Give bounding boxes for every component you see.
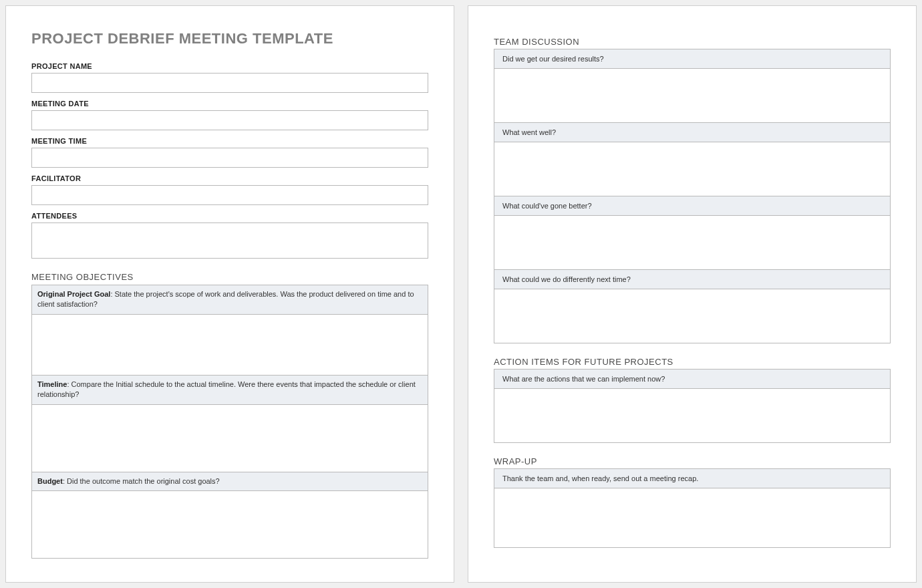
objective-budget-input[interactable] (32, 491, 428, 558)
objective-timeline-prompt: Timeline: Compare the Initial schedule t… (32, 376, 428, 405)
discussion-gone-better: What could've gone better? (494, 196, 891, 270)
objective-timeline-input[interactable] (32, 405, 428, 472)
action-items-heading: ACTION ITEMS FOR FUTURE PROJECTS (494, 357, 891, 367)
discussion-desired-results: Did we get our desired results? (494, 49, 891, 123)
meeting-date-label: MEETING DATE (31, 100, 428, 108)
prompt-bold: Budget (37, 477, 63, 485)
meeting-date-input[interactable] (31, 110, 428, 130)
action-items-prompt: What are the actions that we can impleme… (494, 370, 890, 389)
action-items-input[interactable] (494, 389, 890, 442)
objective-original-goal-input[interactable] (32, 315, 428, 375)
objective-timeline: Timeline: Compare the Initial schedule t… (31, 375, 428, 472)
project-name-input[interactable] (31, 73, 428, 93)
document-title: PROJECT DEBRIEF MEETING TEMPLATE (31, 30, 428, 47)
team-discussion-heading: TEAM DISCUSSION (494, 37, 891, 47)
wrapup-prompt: Thank the team and, when ready, send out… (494, 469, 890, 488)
discussion-gone-better-prompt: What could've gone better? (494, 196, 890, 216)
discussion-differently-prompt: What could we do differently next time? (494, 270, 890, 289)
project-name-label: PROJECT NAME (31, 62, 428, 70)
prompt-bold: Original Project Goal (37, 290, 110, 298)
field-meeting-time: MEETING TIME (31, 137, 428, 168)
wrapup-heading: WRAP-UP (494, 456, 891, 466)
objective-budget: Budget: Did the outcome match the origin… (31, 472, 428, 559)
field-project-name: PROJECT NAME (31, 62, 428, 93)
attendees-label: ATTENDEES (31, 212, 428, 220)
meeting-time-input[interactable] (31, 148, 428, 168)
page-1: PROJECT DEBRIEF MEETING TEMPLATE PROJECT… (5, 5, 454, 583)
discussion-went-well: What went well? (494, 122, 891, 196)
discussion-differently: What could we do differently next time? (494, 269, 891, 343)
wrapup-input[interactable] (494, 488, 890, 547)
objective-budget-prompt: Budget: Did the outcome match the origin… (32, 472, 428, 491)
prompt-bold: Timeline (37, 380, 67, 388)
discussion-went-well-input[interactable] (494, 142, 890, 196)
prompt-text: : Compare the Initial schedule to the ac… (37, 380, 416, 398)
discussion-gone-better-input[interactable] (494, 216, 890, 269)
discussion-desired-results-input[interactable] (494, 69, 890, 122)
discussion-went-well-prompt: What went well? (494, 123, 890, 142)
action-items-block: What are the actions that we can impleme… (494, 369, 891, 443)
meeting-objectives-heading: MEETING OBJECTIVES (31, 272, 428, 282)
objective-original-goal: Original Project Goal: State the project… (31, 285, 428, 376)
meeting-time-label: MEETING TIME (31, 137, 428, 145)
facilitator-input[interactable] (31, 185, 428, 205)
attendees-input[interactable] (31, 223, 428, 259)
wrapup-block: Thank the team and, when ready, send out… (494, 468, 891, 548)
field-meeting-date: MEETING DATE (31, 100, 428, 130)
prompt-text: : Did the outcome match the original cos… (63, 477, 220, 485)
facilitator-label: FACILITATOR (31, 174, 428, 182)
objective-original-goal-prompt: Original Project Goal: State the project… (32, 285, 428, 315)
discussion-differently-input[interactable] (494, 289, 890, 343)
field-attendees: ATTENDEES (31, 212, 428, 259)
discussion-desired-results-prompt: Did we get our desired results? (494, 49, 890, 69)
field-facilitator: FACILITATOR (31, 174, 428, 205)
page-2: TEAM DISCUSSION Did we get our desired r… (468, 5, 917, 583)
